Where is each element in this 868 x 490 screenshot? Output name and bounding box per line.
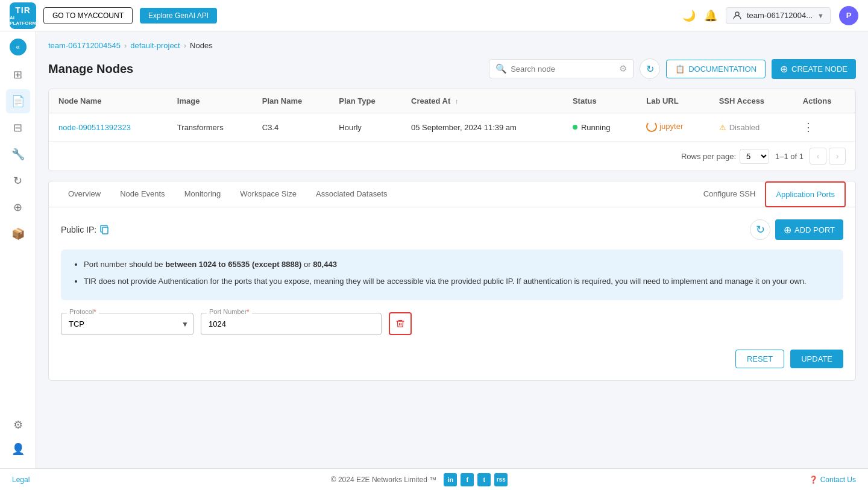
logo-tir: TIR bbox=[15, 5, 31, 15]
cell-plan-type: Hourly bbox=[329, 113, 401, 142]
main-content: team-061712004545 › default-project › No… bbox=[36, 31, 868, 468]
reset-button[interactable]: RESET bbox=[735, 350, 784, 368]
sidebar-item-settings[interactable]: ⚙ bbox=[6, 413, 30, 437]
nodes-table: Node Name Image Plan Name Plan Type Crea… bbox=[49, 89, 855, 142]
cell-node-name: node-090511392323 bbox=[49, 113, 168, 142]
row-actions-menu-button[interactable]: ⋮ bbox=[803, 121, 814, 134]
delete-port-button[interactable] bbox=[389, 312, 412, 335]
col-created-at[interactable]: Created At ↑ bbox=[401, 89, 563, 113]
jupyter-text[interactable]: jupyter bbox=[659, 122, 683, 131]
footer-legal-link[interactable]: Legal bbox=[12, 476, 30, 484]
linkedin-icon[interactable]: in bbox=[444, 473, 457, 486]
col-plan-name: Plan Name bbox=[253, 89, 330, 113]
sidebar-item-account[interactable]: 👤 bbox=[6, 437, 30, 461]
search-box: 🔍 ⚙ bbox=[489, 59, 634, 78]
search-input[interactable] bbox=[511, 64, 615, 74]
protocol-select[interactable]: TCP UDP bbox=[61, 313, 193, 335]
sidebar-item-tools[interactable]: 🔧 bbox=[6, 142, 30, 166]
go-to-myaccount-button[interactable]: GO TO MYACCOUNT bbox=[43, 7, 133, 24]
team-selector[interactable]: team-061712004... ▼ bbox=[726, 7, 831, 24]
tab-configure-ssh[interactable]: Configure SSH bbox=[694, 182, 766, 207]
question-icon: ❓ bbox=[809, 476, 818, 484]
cell-lab-url: jupyter bbox=[637, 113, 709, 142]
tab-content-application-ports: Public IP: ↻ ⊕ ADD PORT bbox=[49, 207, 855, 380]
table-footer: Rows per page: 5 10 25 1–1 of 1 ‹ › bbox=[49, 142, 855, 171]
page-title: Manage Nodes bbox=[48, 62, 133, 76]
col-status: Status bbox=[563, 89, 637, 113]
sidebar-item-registry[interactable]: 📦 bbox=[6, 222, 30, 246]
cell-ssh-access: ⚠ Disabled bbox=[709, 113, 793, 142]
node-name-link[interactable]: node-090511392323 bbox=[58, 123, 131, 132]
svg-rect-1 bbox=[102, 227, 108, 234]
tab-associated-datasets[interactable]: Associated Datasets bbox=[306, 182, 397, 207]
breadcrumb-sep2: › bbox=[184, 41, 186, 50]
breadcrumb-project[interactable]: default-project bbox=[130, 41, 180, 50]
ports-refresh-button[interactable]: ↻ bbox=[750, 219, 770, 240]
sort-icon: ↑ bbox=[455, 98, 459, 105]
plus-icon: ⊕ bbox=[780, 63, 788, 75]
facebook-icon[interactable]: f bbox=[461, 473, 474, 486]
team-name: team-061712004... bbox=[747, 11, 813, 20]
detail-tabs-card: Overview Node Events Monitoring Workspac… bbox=[48, 181, 856, 381]
breadcrumb-team[interactable]: team-061712004545 bbox=[48, 41, 121, 50]
tab-extra[interactable] bbox=[397, 186, 694, 202]
rows-per-page: Rows per page: 5 10 25 bbox=[681, 149, 769, 164]
info-line1: Port number should be between 1024 to 65… bbox=[84, 258, 832, 271]
contact-us-link[interactable]: ❓ Contact Us bbox=[809, 476, 856, 484]
copy-ip-button[interactable] bbox=[100, 225, 110, 234]
tab-workspace-size[interactable]: Workspace Size bbox=[230, 182, 306, 207]
sidebar-toggle-button[interactable]: « bbox=[10, 39, 27, 55]
bell-icon[interactable]: 🔔 bbox=[704, 9, 717, 22]
sidebar-item-models[interactable]: ⊕ bbox=[6, 195, 30, 219]
create-node-button[interactable]: ⊕ CREATE NODE bbox=[772, 59, 856, 79]
footer-center: © 2024 E2E Networks Limited ™ in f t rss bbox=[331, 473, 508, 486]
sidebar-item-datasets[interactable]: ⊟ bbox=[6, 116, 30, 140]
sidebar: « ⊞ 📄 ⊟ 🔧 ↻ ⊕ 📦 ⚙ 👤 bbox=[0, 31, 36, 468]
tab-node-events[interactable]: Node Events bbox=[110, 182, 174, 207]
col-actions: Actions bbox=[793, 89, 855, 113]
breadcrumb-current: Nodes bbox=[190, 41, 213, 50]
port-float-label: Port Number* bbox=[207, 308, 252, 315]
documentation-button[interactable]: 📋 DOCUMENTATION bbox=[666, 60, 766, 78]
col-plan-type: Plan Type bbox=[329, 89, 401, 113]
tabs-navigation: Overview Node Events Monitoring Workspac… bbox=[49, 181, 855, 207]
social-links: in f t rss bbox=[444, 473, 508, 486]
tab-monitoring[interactable]: Monitoring bbox=[175, 182, 231, 207]
next-page-button[interactable]: › bbox=[829, 148, 846, 165]
port-actions: ↻ ⊕ ADD PORT bbox=[750, 219, 843, 240]
tab-overview[interactable]: Overview bbox=[58, 182, 110, 207]
port-number-input[interactable] bbox=[201, 313, 382, 335]
refresh-button[interactable]: ↻ bbox=[640, 58, 660, 79]
cell-actions: ⋮ bbox=[793, 113, 855, 142]
rss-icon[interactable]: rss bbox=[494, 473, 508, 486]
update-button[interactable]: UPDATE bbox=[790, 350, 843, 368]
sidebar-item-dashboard[interactable]: ⊞ bbox=[6, 63, 30, 87]
pagination-text: 1–1 of 1 bbox=[775, 152, 804, 161]
page-header: Manage Nodes 🔍 ⚙ ↻ 📋 DOCUMENTATION ⊕ CRE… bbox=[48, 58, 856, 79]
copy-icon bbox=[100, 225, 110, 234]
explore-genai-button[interactable]: Explore GenAI API bbox=[140, 8, 217, 24]
cell-image: Transformers bbox=[168, 113, 253, 142]
twitter-icon[interactable]: t bbox=[477, 473, 491, 486]
filter-icon[interactable]: ⚙ bbox=[619, 63, 627, 74]
page-actions: 🔍 ⚙ ↻ 📋 DOCUMENTATION ⊕ CREATE NODE bbox=[489, 58, 856, 79]
rows-per-page-select[interactable]: 5 10 25 bbox=[740, 149, 769, 164]
public-ip-row: Public IP: ↻ ⊕ ADD PORT bbox=[61, 219, 843, 240]
sidebar-item-pipelines[interactable]: ↻ bbox=[6, 169, 30, 193]
add-port-button[interactable]: ⊕ ADD PORT bbox=[775, 219, 843, 240]
copyright-text: © 2024 E2E Networks Limited ™ bbox=[331, 476, 437, 484]
avatar[interactable]: P bbox=[839, 6, 858, 25]
tab-application-ports[interactable]: Application Ports bbox=[765, 181, 846, 207]
sidebar-item-nodes[interactable]: 📄 bbox=[6, 89, 30, 113]
info-bold2: 80,443 bbox=[313, 260, 337, 269]
cell-created-at: 05 September, 2024 11:39 am bbox=[401, 113, 563, 142]
jupyter-spinner bbox=[646, 121, 657, 132]
theme-toggle-icon[interactable]: 🌙 bbox=[682, 9, 696, 22]
info-box: Port number should be between 1024 to 65… bbox=[61, 250, 843, 300]
prev-page-button[interactable]: ‹ bbox=[810, 148, 826, 165]
breadcrumb: team-061712004545 › default-project › No… bbox=[48, 41, 856, 50]
public-ip-label: Public IP: bbox=[61, 225, 96, 234]
team-icon bbox=[732, 11, 742, 20]
rows-per-page-label: Rows per page: bbox=[681, 152, 736, 161]
col-lab-url: Lab URL bbox=[637, 89, 709, 113]
